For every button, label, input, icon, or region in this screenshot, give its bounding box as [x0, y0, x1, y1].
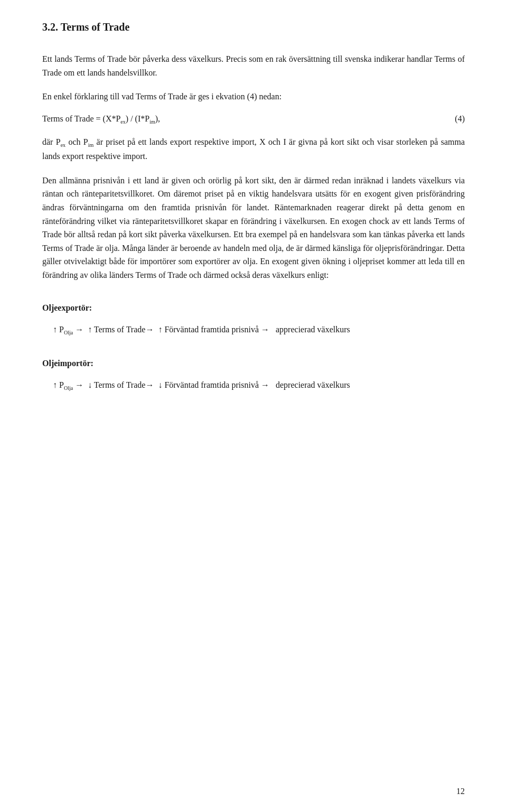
paragraph-1: Ett lands Terms of Trade bör påverka des… [42, 52, 465, 79]
oljeimportor-label: Oljeimportör: [42, 359, 465, 368]
sub-im-2: im [88, 142, 94, 148]
page: 3.2. Terms of Trade Ett lands Terms of T… [0, 0, 507, 812]
equation-text: Terms of Trade = (X*Pex) / (I*Pim), [42, 114, 160, 123]
oljeimportor-arrow-line: ↑ POlja → ↓ Terms of Trade→ ↓ Förväntad … [53, 378, 465, 393]
sub-ex-2: ex [61, 142, 65, 148]
sub-im: im [149, 119, 155, 125]
equation-number: (4) [422, 114, 465, 124]
equation-formula: Terms of Trade = (X*Pex) / (I*Pim), [42, 114, 422, 125]
section-heading: 3.2. Terms of Trade [42, 21, 465, 33]
paragraph-2-intro: En enkel förklaring till vad Terms of Tr… [42, 90, 465, 104]
oljeimportor-arrow-p: ↑ POlja [53, 378, 73, 393]
sub-olja-1: Olja [64, 330, 73, 335]
equation-block: Terms of Trade = (X*Pex) / (I*Pim), (4) [42, 114, 465, 125]
paragraph-2-cont: där Pex och Pim är priset på ett lands e… [42, 135, 465, 163]
sub-ex: ex [120, 119, 125, 125]
oljeimportor-section: Oljeimportör: ↑ POlja → ↓ Terms of Trade… [42, 359, 465, 393]
paragraph-3: Den allmänna prisnivån i ett land är giv… [42, 174, 465, 282]
oljeexportor-label: Oljeexportör: [42, 303, 465, 313]
oljeexportor-arrow-line: ↑ POlja → ↑ Terms of Trade→ ↑ Förväntad … [53, 322, 465, 338]
oljeimportor-rest: → ↓ Terms of Trade→ ↓ Förväntad framtida… [75, 378, 350, 393]
oljeexportor-section: Oljeexportör: ↑ POlja → ↑ Terms of Trade… [42, 303, 465, 338]
oljeexportor-rest: → ↑ Terms of Trade→ ↑ Förväntad framtida… [75, 322, 350, 338]
sub-olja-2: Olja [64, 385, 73, 391]
oljeexportor-arrow-p: ↑ POlja [53, 322, 73, 338]
page-number: 12 [456, 787, 465, 796]
